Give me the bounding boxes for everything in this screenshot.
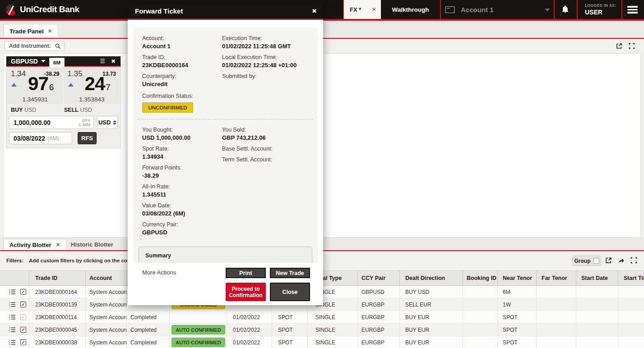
field-value: GBP 743,212.06 — [222, 134, 314, 141]
field-value: 1.345511 — [142, 191, 222, 198]
proceed-to-confirmation-button[interactable]: Proceed to Confirmation — [226, 283, 266, 301]
row-confirm-checkbox-icon[interactable]: ✓ — [20, 339, 26, 345]
rfs-button[interactable]: RFS — [78, 132, 97, 144]
more-actions-link[interactable]: More Actions — [142, 269, 176, 276]
tab-trade-panel-label: Trade Panel — [9, 28, 44, 35]
field-label: Value Date: — [142, 202, 222, 209]
field-label: All-In Rate: — [142, 183, 222, 190]
row-confirm-checkbox-icon[interactable]: ✓ — [20, 314, 26, 320]
cell-start_date — [576, 336, 618, 348]
buy-side-label: BUY USD — [11, 107, 64, 113]
cell-confirmation — [170, 311, 227, 323]
close-icon[interactable]: ✕ — [372, 6, 376, 13]
group-checkbox[interactable] — [593, 258, 599, 264]
account-selector[interactable]: Account 1 — [441, 0, 554, 19]
cell-start_time — [618, 286, 644, 298]
tenor-tab[interactable]: 6M — [49, 58, 65, 67]
amount-input[interactable]: 1,000,000.00 GFA1.34M — [9, 116, 94, 129]
currency-select[interactable]: USD — [97, 116, 118, 129]
field-value: USD 1,000,000.00 — [142, 134, 222, 141]
cell-far_tenor — [537, 324, 576, 336]
new-trade-button[interactable]: New Trade — [270, 268, 310, 278]
field-label: Spot Rate: — [142, 146, 222, 152]
field-pair: Execution Time:01/02/2022 11:25:48 GMT — [222, 35, 314, 50]
column-header-trade_id[interactable]: Trade ID — [29, 271, 86, 285]
modal-close-icon[interactable]: ✖ — [312, 8, 317, 14]
cell-deal_type: SINGLE — [308, 336, 358, 348]
tab-fx[interactable]: FX * ✕ — [344, 0, 381, 19]
cell-ccy_pair: EURGBP — [358, 311, 400, 323]
field-pair: Value Date:03/08/2022 (6M) — [142, 202, 222, 217]
row-details-icon[interactable] — [9, 327, 15, 333]
column-header-ccy_pair[interactable]: CCY Pair — [358, 271, 400, 285]
cell-tenor: SPOT — [272, 311, 308, 323]
field-value: 23KDBE0000164 — [142, 62, 222, 69]
row-confirm-checkbox-icon[interactable]: ✓ — [20, 302, 26, 307]
row-details-icon[interactable] — [9, 302, 15, 307]
add-instrument-placeholder: Add Instrument: — [9, 43, 51, 49]
table-row[interactable]: ✓23KDBE0000038System AccountCompletedAUT… — [0, 336, 644, 348]
fullscreen-icon[interactable] — [630, 256, 638, 264]
cell-dealt_direction: BUY USD — [400, 286, 463, 298]
buy-full-rate: 1.345931 — [7, 96, 63, 103]
column-header-icons[interactable] — [0, 271, 29, 285]
chevron-down-icon[interactable] — [41, 60, 46, 62]
widget-menu-icon[interactable]: ☰ — [100, 58, 105, 64]
tab-trade-panel[interactable]: Trade Panel ✕ — [4, 24, 58, 38]
field-label: Base Settl. Account: — [222, 146, 314, 152]
confirmation-status-label: Confirmation Status: — [142, 93, 314, 99]
column-header-far_tenor[interactable]: Far Tenor — [537, 271, 576, 285]
field-value: Unicredit — [142, 81, 222, 87]
row-details-icon[interactable] — [9, 339, 15, 345]
row-details-icon[interactable] — [9, 289, 15, 295]
table-row[interactable]: ✓23KDBE0000114System AccountCompleted01/… — [0, 311, 644, 324]
tab-historic-blotter[interactable]: Historic Blotter — [65, 239, 120, 250]
table-row[interactable]: ✓23KDBE0000045System AccountCompletedAUT… — [0, 324, 644, 336]
widget-close-icon[interactable]: ✖ — [111, 58, 116, 64]
buy-price-tile[interactable]: 1.34 -38.29 976 1.345931 — [7, 68, 63, 104]
cell-start_date — [576, 298, 618, 311]
close-icon[interactable]: ✕ — [56, 242, 60, 248]
buy-pip: 6 — [49, 82, 54, 92]
cell-dealt_direction: BUY EUR — [400, 324, 463, 336]
cell-booking_id — [463, 286, 498, 298]
field-pair: Counterparty:Unicredit — [142, 73, 222, 87]
print-button[interactable]: Print — [226, 268, 266, 278]
hamburger-menu-icon[interactable] — [627, 6, 638, 15]
ticket-deal-left: You Bought:USD 1,000,000.00Spot Rate:1.3… — [142, 127, 222, 240]
share-icon[interactable] — [617, 256, 625, 264]
forward-ticket-modal: Forward Ticket ✖ Account:Account 1Trade … — [128, 4, 323, 305]
popout-icon[interactable] — [616, 42, 623, 50]
fullscreen-icon[interactable] — [628, 42, 635, 50]
column-header-account[interactable]: Account — [86, 271, 127, 285]
close-button[interactable]: Close — [270, 283, 310, 301]
currency-select-value: USD — [98, 119, 111, 126]
column-header-booking_id[interactable]: Booking ID — [463, 271, 498, 285]
cell-account: System Account — [86, 324, 127, 336]
row-confirm-checkbox-icon[interactable]: ✓ — [20, 289, 26, 295]
column-header-dealt_direction[interactable]: Dealt Direction — [400, 271, 463, 285]
close-icon[interactable]: ✕ — [48, 28, 52, 34]
popout-icon[interactable] — [605, 256, 612, 264]
cell-near_tenor: 1W — [498, 298, 537, 311]
notifications-button[interactable] — [554, 0, 577, 19]
field-label: Trade ID: — [142, 54, 222, 60]
group-toggle[interactable]: Group — [572, 256, 601, 266]
ticket-deal-right: You Sold:GBP 743,212.06Base Settl. Accou… — [222, 127, 314, 240]
cell-trade_id: 23KDBE0000139 — [29, 298, 86, 311]
pair-selector[interactable]: GBPUSD — [11, 58, 38, 65]
tab-walkthrough[interactable]: Walkthrough — [381, 0, 440, 19]
row-details-icon[interactable] — [9, 314, 15, 320]
tab-activity-blotter[interactable]: Activity Blotter ✕ — [4, 239, 66, 250]
column-header-start_time[interactable]: Start Time — [618, 271, 644, 285]
cell-deal_type: SINGLE — [308, 324, 358, 336]
cell-account: System Account — [86, 311, 127, 323]
row-confirm-checkbox-icon[interactable]: ✓ — [20, 327, 26, 333]
cell-icons: ✓ — [0, 311, 29, 323]
sell-price-tile[interactable]: 1.35 13.73 247 1.353843 — [64, 68, 120, 104]
value-date-input[interactable]: 03/08/2022 (6M) — [9, 132, 72, 144]
add-instrument-input[interactable]: Add Instrument: — [5, 41, 65, 51]
value-date: 03/08/2022 — [14, 135, 45, 142]
column-header-near_tenor[interactable]: Near Tenor — [498, 271, 537, 285]
column-header-start_date[interactable]: Start Date — [576, 271, 618, 285]
